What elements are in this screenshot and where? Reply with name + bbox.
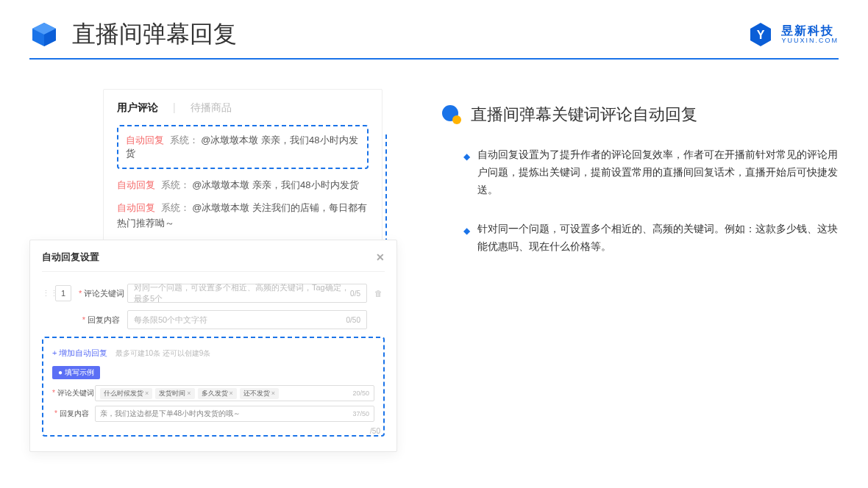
field-label: *回复内容	[52, 409, 89, 419]
example-reply-row: *回复内容 亲，我们这边都是下单48小时内发货的哦～ 37/50	[52, 406, 374, 422]
header: 直播间弹幕回复 Y 昱新科技 YUUXIN.COM	[0, 0, 868, 51]
example-reply-value: 亲，我们这边都是下单48小时内发货的哦～	[100, 409, 241, 419]
field-label: *回复内容	[79, 315, 120, 326]
counter: 0/5	[350, 290, 360, 298]
example-reply-input[interactable]: 亲，我们这边都是下单48小时内发货的哦～ 37/50	[95, 406, 374, 422]
tag: 发货时间×	[155, 388, 194, 399]
cube-icon	[29, 20, 59, 49]
index-box: 1	[55, 285, 71, 301]
brand-logo: Y 昱新科技 YUUXIN.COM	[747, 21, 839, 48]
tag: 还不发货×	[240, 388, 279, 399]
comment-text: @冰墩墩本墩 亲亲，我们48小时内发货	[192, 179, 358, 190]
tag: 多久发货×	[198, 388, 237, 399]
system-label: 系统：	[161, 179, 190, 190]
bullet-item: ◆ 自动回复设置为了提升作者的评论回复效率，作者可在开播前针对常见的评论用户问题…	[441, 146, 839, 198]
bubble-icon	[441, 104, 462, 125]
svg-text:Y: Y	[757, 29, 765, 41]
counter: 37/50	[352, 410, 369, 417]
placeholder: 每条限50个中文字符	[134, 315, 207, 326]
example-box: + 增加自动回复 最多可建10条 还可以创建9条 ● 填写示例 *评论关键词 什…	[42, 337, 385, 437]
system-label: 系统：	[170, 134, 199, 146]
settings-modal: 自动回复设置 ✕ ⋮⋮ 1 *评论关键词 对同一个问题，可设置多个相近、高频的关…	[29, 240, 397, 452]
left-column: 用户评论 | 待播商品 自动回复 系统： @冰墩墩本墩 亲亲，我们48小时内发货…	[29, 89, 397, 278]
comment-row: 自动回复 系统： @冰墩墩本墩 亲亲，我们48小时内发货	[117, 178, 369, 193]
form-row-reply: *回复内容 每条限50个中文字符 0/50	[42, 310, 385, 329]
reply-input[interactable]: 每条限50个中文字符 0/50	[127, 310, 367, 329]
keyword-input[interactable]: 对同一个问题，可设置多个相近、高频的关键词，Tag确定，最多5个 0/5	[127, 284, 367, 303]
counter: 20/50	[352, 390, 369, 397]
tag: 什么时候发货×	[100, 388, 152, 399]
example-keyword-row: *评论关键词 什么时候发货× 发货时间× 多久发货× 还不发货× 20/50	[52, 385, 374, 401]
right-column: 直播间弹幕关键词评论自动回复 ◆ 自动回复设置为了提升作者的评论回复效率，作者可…	[441, 89, 839, 278]
content: 用户评论 | 待播商品 自动回复 系统： @冰墩墩本墩 亲亲，我们48小时内发货…	[0, 60, 868, 278]
diamond-icon: ◆	[463, 149, 470, 198]
tab-products[interactable]: 待播商品	[191, 101, 232, 115]
drag-handle-icon[interactable]: ⋮⋮	[42, 289, 48, 298]
example-chip: ● 填写示例	[52, 366, 100, 379]
modal-title: 自动回复设置	[42, 251, 99, 264]
auto-reply-badge: 自动回复	[117, 179, 155, 190]
section-title: 直播间弹幕关键词评论自动回复	[471, 104, 697, 126]
brand-en: YUUXIN.COM	[781, 37, 839, 45]
trash-icon[interactable]: 🗑	[374, 289, 385, 298]
tab-user-comments[interactable]: 用户评论	[117, 101, 158, 115]
add-auto-reply-link[interactable]: + 增加自动回复	[52, 348, 107, 359]
comment-row: 自动回复 系统： @冰墩墩本墩 关注我们的店铺，每日都有热门推荐呦～	[117, 201, 369, 232]
diamond-icon: ◆	[463, 223, 470, 256]
highlighted-comment: 自动回复 系统： @冰墩墩本墩 亲亲，我们48小时内发货	[117, 125, 369, 169]
form-row-keyword: ⋮⋮ 1 *评论关键词 对同一个问题，可设置多个相近、高频的关键词，Tag确定，…	[42, 284, 385, 303]
brand-cn: 昱新科技	[781, 24, 839, 37]
add-hint: 最多可建10条 还可以创建9条	[115, 349, 210, 357]
brand-text: 昱新科技 YUUXIN.COM	[781, 24, 839, 44]
modal-header: 自动回复设置 ✕	[42, 251, 385, 272]
bullet-item: ◆ 针对同一个问题，可设置多个相近的、高频的关键词。例如：这款多少钱、这块能优惠…	[441, 220, 839, 256]
auto-reply-badge: 自动回复	[117, 202, 155, 213]
brand-icon: Y	[747, 21, 774, 48]
tabs: 用户评论 | 待播商品	[117, 101, 369, 115]
outer-counter: /50	[370, 427, 380, 435]
comments-card: 用户评论 | 待播商品 自动回复 系统： @冰墩墩本墩 亲亲，我们48小时内发货…	[103, 89, 383, 254]
header-left: 直播间弹幕回复	[29, 18, 237, 51]
section-head: 直播间弹幕关键词评论自动回复	[441, 104, 839, 126]
field-label: *评论关键词	[79, 288, 120, 299]
close-icon[interactable]: ✕	[376, 251, 385, 263]
field-label: *评论关键词	[52, 388, 89, 398]
placeholder: 对同一个问题，可设置多个相近、高频的关键词，Tag确定，最多5个	[134, 282, 350, 304]
auto-reply-badge: 自动回复	[126, 134, 164, 146]
system-label: 系统：	[161, 202, 190, 213]
svg-point-5	[452, 115, 461, 124]
bullet-text: 针对同一个问题，可设置多个相近的、高频的关键词。例如：这款多少钱、这块能优惠吗、…	[477, 220, 839, 256]
page-title: 直播间弹幕回复	[72, 18, 237, 51]
bullet-text: 自动回复设置为了提升作者的评论回复效率，作者可在开播前针对常见的评论用户问题，提…	[477, 146, 839, 198]
example-keyword-input[interactable]: 什么时候发货× 发货时间× 多久发货× 还不发货× 20/50	[95, 385, 374, 401]
counter: 0/50	[346, 316, 360, 324]
